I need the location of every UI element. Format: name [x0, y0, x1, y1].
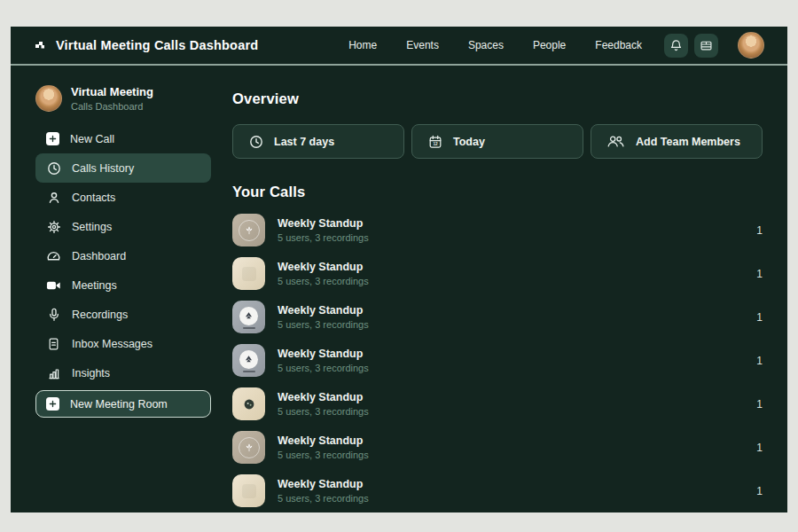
apps-panel-button[interactable]	[694, 34, 718, 58]
nav-spaces[interactable]: Spaces	[468, 39, 504, 51]
sidebar-item-inbox-messages[interactable]: Inbox Messages	[35, 329, 211, 358]
call-row[interactable]: Weekly Standup 5 users, 3 recordings 1	[232, 387, 763, 420]
sidebar-item-settings[interactable]: Settings	[35, 212, 211, 241]
your-calls-title: Your Calls	[232, 184, 763, 200]
clock-icon	[46, 160, 61, 176]
clock-icon	[248, 134, 263, 149]
sidebar-item-calls-history[interactable]: Calls History	[35, 153, 211, 183]
app-title: Virtual Meeting Calls Dashboard	[56, 38, 258, 52]
last-7-days-button[interactable]: Last 7 days	[232, 124, 404, 159]
notifications-button[interactable]	[664, 34, 688, 58]
calls-list: Weekly Standup 5 users, 3 recordings 1 W…	[232, 214, 763, 507]
add-team-members-button[interactable]: Add Team Members	[591, 124, 763, 159]
people-icon	[606, 134, 625, 149]
sidebar-item-contacts[interactable]: Contacts	[35, 183, 211, 212]
today-button[interactable]: 12 Today	[411, 124, 583, 159]
call-subtitle: 5 users, 3 recordings	[278, 319, 369, 330]
document-icon	[46, 336, 61, 351]
plus-square-icon	[46, 132, 59, 145]
gear-icon	[46, 219, 61, 234]
svg-text:12: 12	[433, 142, 438, 146]
sidebar-item-label: Contacts	[72, 192, 115, 204]
microphone-icon	[46, 307, 61, 322]
overview-title: Overview	[232, 90, 763, 107]
sidebar: Virtual Meeting Calls Dashboard New Call…	[11, 66, 232, 511]
header-icon-buttons	[664, 34, 718, 58]
sidebar-item-meetings[interactable]: Meetings	[35, 270, 211, 300]
call-thumbnail leaf-logo-icon	[232, 431, 265, 464]
sidebar-item-new-call[interactable]: New Call	[35, 124, 211, 153]
bar-chart-icon	[46, 365, 61, 380]
call-subtitle: 5 users, 3 recordings	[278, 406, 369, 417]
filter-label: Add Team Members	[636, 136, 740, 148]
call-row[interactable]: Weekly Standup 5 users, 3 recordings 1	[232, 344, 763, 377]
user-avatar[interactable]	[738, 32, 764, 59]
call-row[interactable]: Weekly Standup 5 users, 3 recordings 1	[232, 474, 763, 507]
call-thumbnail mountain-logo-icon	[232, 301, 265, 333]
sidebar-item-label: Calls History	[72, 162, 134, 175]
workspace-name: Virtual Meeting	[71, 85, 153, 98]
sidebar-item-label: Dashboard	[72, 250, 126, 262]
call-count: 1	[756, 442, 763, 454]
call-subtitle: 5 users, 3 recordings	[278, 232, 369, 243]
bell-icon	[669, 39, 683, 52]
call-subtitle: 5 users, 3 recordings	[278, 450, 369, 460]
nav-events[interactable]: Events	[406, 39, 439, 51]
sidebar-item-label: Settings	[72, 221, 112, 233]
call-thumbnail blank-logo	[232, 257, 265, 290]
new-meeting-room-label: New Meeting Room	[70, 398, 168, 411]
call-title: Weekly Standup	[278, 304, 369, 317]
call-title: Weekly Standup	[278, 261, 369, 273]
call-count: 1	[756, 355, 763, 367]
workspace-avatar	[35, 85, 62, 112]
call-count: 1	[756, 268, 763, 280]
filter-bar: Last 7 days 12 Today	[232, 124, 763, 159]
call-count: 1	[756, 398, 763, 411]
nav-people[interactable]: People	[533, 39, 566, 51]
call-title: Weekly Standup	[278, 478, 369, 490]
sidebar-item-label: Inbox Messages	[72, 338, 153, 350]
call-thumbnail mountain-logo-icon	[232, 344, 265, 377]
call-row[interactable]: Weekly Standup 5 users, 3 recordings 1	[232, 214, 763, 246]
nav-home[interactable]: Home	[348, 39, 377, 51]
call-count: 1	[756, 311, 763, 324]
call-title: Weekly Standup	[278, 348, 369, 360]
call-title: Weekly Standup	[278, 434, 369, 447]
app-logo-icon	[34, 39, 47, 52]
workspace-profile: Virtual Meeting Calls Dashboard	[35, 85, 211, 112]
sidebar-item-label: Recordings	[72, 309, 128, 321]
filter-label: Today	[453, 136, 485, 148]
person-icon	[46, 190, 61, 205]
plus-square-icon	[46, 397, 59, 411]
top-navigation: Home Events Spaces People Feedback	[348, 39, 642, 51]
call-title: Weekly Standup	[278, 217, 369, 230]
sidebar-item-label: Insights	[72, 367, 110, 379]
calendar-icon: 12	[427, 134, 442, 149]
call-thumbnail blank-logo	[232, 474, 265, 507]
call-title: Weekly Standup	[278, 391, 369, 403]
call-row[interactable]: Weekly Standup 5 users, 3 recordings 1	[232, 301, 763, 333]
call-count: 1	[756, 485, 763, 497]
gauge-icon	[46, 248, 61, 263]
panel-grid-icon	[700, 39, 713, 52]
sidebar-item-label: New Call	[70, 133, 114, 145]
top-bar: Virtual Meeting Calls Dashboard Home Eve…	[11, 27, 787, 66]
call-thumbnail dot-logo-icon	[232, 387, 265, 420]
app-window: Virtual Meeting Calls Dashboard Home Eve…	[11, 27, 787, 512]
sidebar-item-insights[interactable]: Insights	[35, 358, 211, 387]
call-count: 1	[756, 224, 763, 237]
filter-label: Last 7 days	[274, 136, 334, 148]
call-subtitle: 5 users, 3 recordings	[278, 363, 369, 373]
sidebar-item-recordings[interactable]: Recordings	[35, 300, 211, 329]
workspace-subtitle: Calls Dashboard	[71, 101, 153, 112]
call-subtitle: 5 users, 3 recordings	[278, 276, 369, 286]
call-row[interactable]: Weekly Standup 5 users, 3 recordings 1	[232, 431, 763, 464]
call-thumbnail leaf-logo-icon	[232, 214, 265, 246]
sidebar-item-dashboard[interactable]: Dashboard	[35, 241, 211, 270]
call-subtitle: 5 users, 3 recordings	[278, 493, 369, 504]
call-row[interactable]: Weekly Standup 5 users, 3 recordings 1	[232, 257, 763, 290]
video-camera-icon	[46, 278, 61, 293]
nav-feedback[interactable]: Feedback	[595, 39, 642, 51]
main-content: Overview Last 7 days 12	[232, 66, 787, 511]
new-meeting-room-button[interactable]: New Meeting Room	[35, 390, 211, 418]
